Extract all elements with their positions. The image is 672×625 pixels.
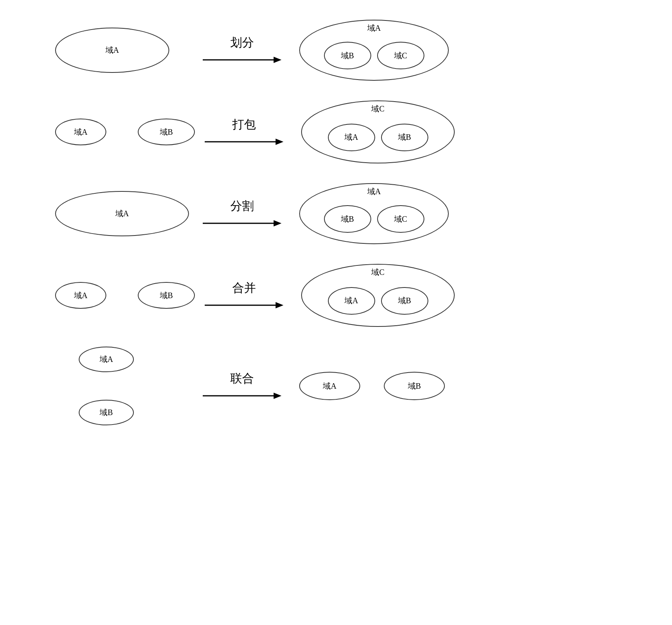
outer-ellipse-dabao: 域C 域A 域B [301,100,455,163]
dabao-left-b-label: 域B [160,127,173,137]
left-side-lianhe: 域A 域B [55,347,193,425]
right-side-fenge: 域A 域B 域C [299,183,449,244]
hebing-label: 合并 [232,280,256,296]
dabao-arrow-svg [205,136,283,148]
ellipse-fenge-left: 域A [55,191,189,236]
svg-marker-1 [274,57,281,63]
huafen-inner-group: 域B 域C [324,42,424,69]
ellipse-hebing-a: 域A [55,282,106,309]
nested-huafen: 域A 域B 域C [299,20,449,81]
right-side-huafen: 域A 域B 域C [299,20,449,81]
ellipse-dabao-a: 域A [55,119,106,145]
outer-ellipse-huafen: 域A 域B 域C [299,20,449,81]
huafen-outer-label: 域A [367,23,381,33]
hebing-left-b-label: 域B [160,290,173,301]
row-fenge: 域A 分割 域A 域B 域C [24,179,648,248]
fenge-outer-label: 域A [367,186,381,197]
svg-marker-9 [274,393,281,399]
dabao-left-a-label: 域A [74,127,87,137]
fenge-inner-group: 域B 域C [324,205,424,233]
hebing-inner-a-label: 域A [344,295,358,306]
fenge-label: 分割 [230,198,254,214]
lianhe-label: 联合 [230,371,254,387]
arrow-fenge: 分割 [193,198,291,229]
ellipse-huafen-left: 域A [55,28,169,73]
outer-ellipse-hebing: 域C 域A 域B [301,264,455,327]
fenge-inner-b-label: 域B [341,214,354,224]
arrow-dabao: 打包 [195,117,293,148]
huafen-arrow-svg [203,54,281,66]
huafen-inner-c-label: 域C [394,50,407,61]
hebing-arrow-svg [205,299,283,311]
dabao-inner-group: 域A 域B [328,124,428,151]
right-side-dabao: 域C 域A 域B [301,100,455,163]
huafen-label: 划分 [230,35,254,51]
fenge-inner-c: 域C [377,205,424,233]
fenge-inner-b: 域B [324,205,371,233]
ellipse-lianhe-a: 域A [79,347,134,372]
svg-marker-3 [276,139,283,145]
hebing-inner-a: 域A [328,287,375,315]
lianhe-left-b-label: 域B [100,407,113,418]
left-side-huafen: 域A [55,28,193,73]
dabao-outer-label: 域C [371,104,384,114]
fenge-left-label: 域A [115,208,129,219]
lianhe-right-b-label: 域B [408,381,421,391]
nested-dabao: 域C 域A 域B [301,100,455,163]
ellipse-lianhe-b: 域B [79,400,134,425]
ellipse-hebing-b: 域B [138,282,195,309]
nested-fenge: 域A 域B 域C [299,183,449,244]
hebing-inner-group: 域A 域B [328,287,428,315]
left-side-fenge: 域A [55,191,193,236]
lianhe-arrow-svg [203,390,281,402]
huafen-inner-c: 域C [377,42,424,69]
dabao-label: 打包 [232,117,256,133]
right-side-lianhe: 域A 域B [299,372,445,400]
ellipse-dabao-b: 域B [138,119,195,145]
svg-marker-5 [274,220,281,226]
lianhe-left-a-label: 域A [100,354,113,365]
huafen-left-label: 域A [106,45,119,56]
hebing-outer-label: 域C [371,267,384,278]
ellipse-lianhe-right-a: 域A [299,372,360,400]
dabao-inner-a: 域A [328,124,375,151]
fenge-arrow-svg [203,217,281,229]
row-lianhe: 域A 域B 联合 域A 域B [24,343,648,429]
huafen-inner-b: 域B [324,42,371,69]
left-side-hebing: 域A 域B [55,282,195,309]
arrow-hebing: 合并 [195,280,293,311]
diagram-container: 域A 划分 域A 域B 域C [0,0,672,445]
hebing-left-a-label: 域A [74,290,87,301]
dabao-inner-b: 域B [381,124,428,151]
hebing-inner-b: 域B [381,287,428,315]
left-side-dabao: 域A 域B [55,119,195,145]
dabao-inner-b-label: 域B [398,132,411,143]
arrow-huafen: 划分 [193,35,291,66]
huafen-inner-b-label: 域B [341,50,354,61]
right-side-hebing: 域C 域A 域B [301,264,455,327]
nested-hebing: 域C 域A 域B [301,264,455,327]
ellipse-lianhe-right-b: 域B [384,372,445,400]
fenge-inner-c-label: 域C [394,214,407,224]
row-huafen: 域A 划分 域A 域B 域C [24,16,648,85]
arrow-lianhe: 联合 [193,371,291,402]
row-dabao: 域A 域B 打包 域C 域A [24,96,648,167]
lianhe-right-a-label: 域A [323,381,336,391]
hebing-inner-b-label: 域B [398,295,411,306]
outer-ellipse-fenge: 域A 域B 域C [299,183,449,244]
dabao-inner-a-label: 域A [344,132,358,143]
svg-marker-7 [276,302,283,308]
row-hebing: 域A 域B 合并 域C 域A [24,260,648,331]
